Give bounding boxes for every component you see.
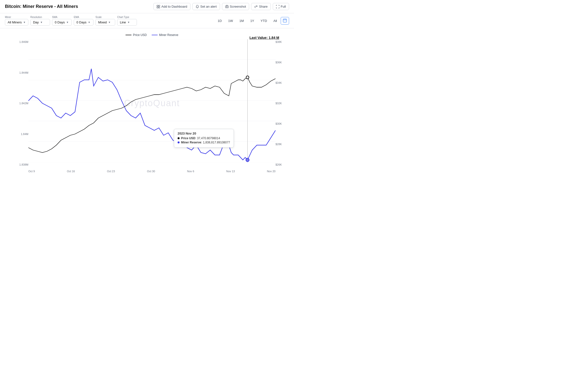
bell-icon xyxy=(196,5,199,8)
chevron-down-icon: ▼ xyxy=(40,21,43,24)
legend-reserve: Miner Reserve xyxy=(152,33,178,37)
chevron-down-icon: ▼ xyxy=(108,21,111,24)
y-left-5: 1.838M xyxy=(15,163,28,166)
sma-control: SMA 0 Days ▼ xyxy=(52,16,72,26)
y-right-3: $34K xyxy=(276,81,289,84)
tooltip-date: 2023 Nov 20 xyxy=(178,132,230,135)
x-label-nov6: Nov 6 xyxy=(187,170,194,173)
y-right-4: $32K xyxy=(276,102,289,105)
price-line-indicator xyxy=(126,35,131,35)
chevron-down-icon: ▼ xyxy=(23,21,26,24)
calendar-icon xyxy=(283,18,287,22)
page-header: Bitcoin: Miner Reserve - All Miners Add … xyxy=(0,0,294,13)
y-right-7: $26K xyxy=(276,163,289,166)
y-right-5: $30K xyxy=(276,122,289,125)
tooltip-price-dot xyxy=(178,137,180,139)
chart-type-dropdown[interactable]: Line ▼ xyxy=(117,19,137,26)
y-right-1: $38K xyxy=(276,40,289,43)
ema-control: EMA 0 Days ▼ xyxy=(74,16,93,26)
x-axis: Oct 9 Oct 16 Oct 23 Oct 30 Nov 6 Nov 13 … xyxy=(28,170,276,173)
calendar-button[interactable] xyxy=(281,17,289,25)
y-left-1: 1.846M xyxy=(15,40,28,43)
svg-rect-1 xyxy=(159,5,160,6)
resolution-dropdown[interactable]: Day ▼ xyxy=(30,19,50,26)
tooltip-reserve-dot xyxy=(178,141,180,143)
chart-type-label: Chart Type xyxy=(117,16,137,18)
svg-rect-0 xyxy=(157,5,158,6)
controls-bar: Miner All Miners ▼ Resolution Day ▼ SMA … xyxy=(0,13,294,28)
chart-area: Price USD Miner Reserve Last Value: 1.84… xyxy=(0,28,294,181)
x-label-oct30: Oct 30 xyxy=(147,170,155,173)
ema-dropdown[interactable]: 0 Days ▼ xyxy=(74,19,93,26)
chart-tooltip: 2023 Nov 20 Price USD: 37,470.80798014 M… xyxy=(174,129,234,148)
chevron-down-icon: ▼ xyxy=(66,21,69,24)
x-label-oct16: Oct 16 xyxy=(67,170,75,173)
svg-point-5 xyxy=(226,6,227,7)
y-right-2: $36K xyxy=(276,61,289,64)
time-all-button[interactable]: All xyxy=(271,17,280,24)
sma-label: SMA xyxy=(52,16,72,18)
tooltip-price-row: Price USD: 37,470.80798014 xyxy=(178,137,230,140)
chevron-down-icon: ▼ xyxy=(88,21,90,24)
time-1y-button[interactable]: 1Y xyxy=(248,17,257,24)
chart-legend: Price USD Miner Reserve xyxy=(15,33,289,37)
svg-point-15 xyxy=(246,76,249,79)
miner-label: Miner xyxy=(5,16,28,18)
add-to-dashboard-button[interactable]: Add to Dashboard xyxy=(153,3,190,10)
resolution-label: Resolution xyxy=(30,16,50,18)
chart-type-control: Chart Type Line ▼ xyxy=(117,16,137,26)
y-axis-right: $38K $36K $34K $32K $30K $28K $26K xyxy=(276,39,289,167)
fullscreen-icon xyxy=(276,5,279,8)
reserve-line-indicator xyxy=(152,35,158,35)
fullscreen-button[interactable]: Full xyxy=(273,3,289,10)
y-right-6: $28K xyxy=(276,143,289,146)
miner-control: Miner All Miners ▼ xyxy=(5,16,28,26)
resolution-control: Resolution Day ▼ xyxy=(30,16,50,26)
svg-rect-6 xyxy=(283,19,287,22)
svg-rect-4 xyxy=(225,6,228,8)
svg-rect-2 xyxy=(157,7,158,8)
set-alert-button[interactable]: Set an alert xyxy=(192,3,220,10)
y-left-3: 1.842M xyxy=(15,102,28,105)
main-chart-svg xyxy=(28,39,276,162)
time-1w-button[interactable]: 1W xyxy=(225,17,236,24)
miner-dropdown[interactable]: All Miners ▼ xyxy=(5,19,28,26)
share-icon xyxy=(254,5,258,8)
controls-left: Miner All Miners ▼ Resolution Day ▼ SMA … xyxy=(5,16,137,26)
scale-control: Scale Mixed ▼ xyxy=(95,16,115,26)
tooltip-reserve-label: Miner Reserve: 1,838,817.89108077 xyxy=(181,141,230,144)
time-1m-button[interactable]: 1M xyxy=(237,17,247,24)
x-label-oct9: Oct 9 xyxy=(28,170,35,173)
y-left-2: 1.844M xyxy=(15,71,28,74)
time-controls: 1D 1W 1M 1Y YTD All xyxy=(215,17,289,25)
legend-price: Price USD xyxy=(126,33,147,37)
chevron-down-icon: ▼ xyxy=(128,21,130,24)
page-title: Bitcoin: Miner Reserve - All Miners xyxy=(5,4,78,9)
tooltip-price-label: Price USD: 37,470.80798014 xyxy=(181,137,220,140)
svg-rect-3 xyxy=(159,7,160,8)
chart-container: CryptoQuant 1.846M 1.844M 1.842M 1.84M 1… xyxy=(15,39,289,167)
y-left-4: 1.84M xyxy=(15,133,28,136)
x-label-nov20: Nov 20 xyxy=(267,170,276,173)
sma-dropdown[interactable]: 0 Days ▼ xyxy=(52,19,72,26)
x-label-oct23: Oct 23 xyxy=(107,170,115,173)
tooltip-reserve-row: Miner Reserve: 1,838,817.89108077 xyxy=(178,141,230,144)
scale-dropdown[interactable]: Mixed ▼ xyxy=(95,19,115,26)
dashboard-icon xyxy=(157,5,160,8)
svg-point-16 xyxy=(246,158,249,162)
y-axis-left: 1.846M 1.844M 1.842M 1.84M 1.838M xyxy=(15,39,28,167)
camera-icon xyxy=(225,5,229,8)
scale-label: Scale xyxy=(95,16,115,18)
time-ytd-button[interactable]: YTD xyxy=(258,17,270,24)
x-label-nov13: Nov 13 xyxy=(226,170,235,173)
screenshot-button[interactable]: Screenshot xyxy=(222,3,249,10)
time-1d-button[interactable]: 1D xyxy=(215,17,224,24)
ema-label: EMA xyxy=(74,16,93,18)
header-actions: Add to Dashboard Set an alert Screenshot… xyxy=(153,3,289,10)
share-button[interactable]: Share xyxy=(251,3,271,10)
